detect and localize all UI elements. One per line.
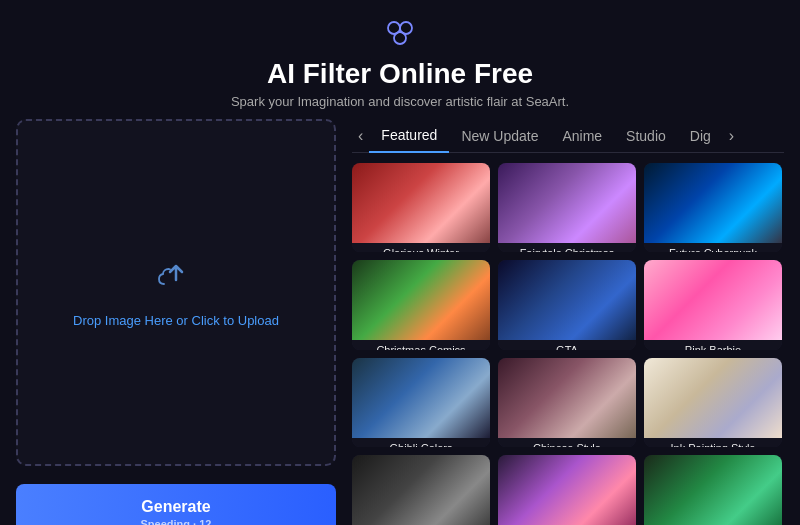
tab-studio[interactable]: Studio — [614, 120, 678, 152]
filter-card-image — [352, 260, 490, 340]
filter-card[interactable]: Pink Barbie — [644, 260, 782, 349]
generate-sub-label: Speeding · 12 — [30, 518, 322, 525]
tab-arrow-left[interactable]: ‹ — [352, 123, 369, 149]
filter-card[interactable]: Dark Portrait — [352, 455, 490, 525]
filter-card[interactable]: Fairytale Christmas — [498, 163, 636, 252]
filter-card[interactable]: Nature Art — [644, 455, 782, 525]
tab-new-update[interactable]: New Update — [449, 120, 550, 152]
filter-card-image — [498, 455, 636, 525]
generate-button[interactable]: Generate Speeding · 12 — [16, 484, 336, 525]
filter-card[interactable]: Christmas Comics — [352, 260, 490, 349]
filter-card[interactable]: Fantasy Bloom — [498, 455, 636, 525]
page-subtitle: Spark your Imagination and discover arti… — [0, 94, 800, 109]
filter-card-image — [498, 358, 636, 438]
filter-card-image — [352, 358, 490, 438]
page-title: AI Filter Online Free — [0, 58, 800, 90]
filter-card-label: Chinese Style — [498, 438, 636, 447]
filter-card-image — [644, 260, 782, 340]
main-layout: Drop Image Here or Click to Upload Gener… — [0, 119, 800, 525]
filter-card[interactable]: GTA — [498, 260, 636, 349]
generate-label: Generate — [30, 498, 322, 516]
filter-card-image — [644, 455, 782, 525]
right-panel: ‹ Featured New Update Anime Studio Dig ›… — [352, 119, 784, 525]
filter-card-image — [352, 163, 490, 243]
filter-card-image — [498, 260, 636, 340]
upload-text: Drop Image Here or Click to Upload — [73, 313, 279, 328]
filter-card-label: Glorious Winter — [352, 243, 490, 252]
filter-card[interactable]: Chinese Style — [498, 358, 636, 447]
page-header: AI Filter Online Free Spark your Imagina… — [0, 0, 800, 119]
filter-card[interactable]: Ink Painting Style — [644, 358, 782, 447]
filter-card-label: Ink Painting Style — [644, 438, 782, 447]
filter-card-label: Pink Barbie — [644, 340, 782, 349]
filter-grid: Glorious WinterFairytale ChristmasFuture… — [352, 163, 784, 525]
left-panel: Drop Image Here or Click to Upload Gener… — [16, 119, 336, 525]
logo-icon — [380, 18, 420, 52]
filter-card-image — [644, 163, 782, 243]
tab-arrow-right[interactable]: › — [723, 123, 740, 149]
filter-card[interactable]: Future Cyberpunk — [644, 163, 782, 252]
tab-dig[interactable]: Dig — [678, 120, 723, 152]
filter-card[interactable]: Glorious Winter — [352, 163, 490, 252]
filter-card-label: Ghibli Colors — [352, 438, 490, 447]
upload-icon — [156, 258, 196, 303]
upload-area[interactable]: Drop Image Here or Click to Upload — [16, 119, 336, 466]
filter-card-image — [644, 358, 782, 438]
filter-card-image — [498, 163, 636, 243]
generate-button-container: Generate Speeding · 12 — [16, 484, 336, 525]
tabs-bar: ‹ Featured New Update Anime Studio Dig › — [352, 119, 784, 153]
filter-card-label: Christmas Comics — [352, 340, 490, 349]
tab-anime[interactable]: Anime — [550, 120, 614, 152]
svg-point-2 — [394, 32, 406, 44]
filter-card-label: Fairytale Christmas — [498, 243, 636, 252]
tab-featured[interactable]: Featured — [369, 119, 449, 153]
filter-card-label: GTA — [498, 340, 636, 349]
filter-card-image — [352, 455, 490, 525]
filter-card-label: Future Cyberpunk — [644, 243, 782, 252]
filter-card[interactable]: Ghibli Colors — [352, 358, 490, 447]
